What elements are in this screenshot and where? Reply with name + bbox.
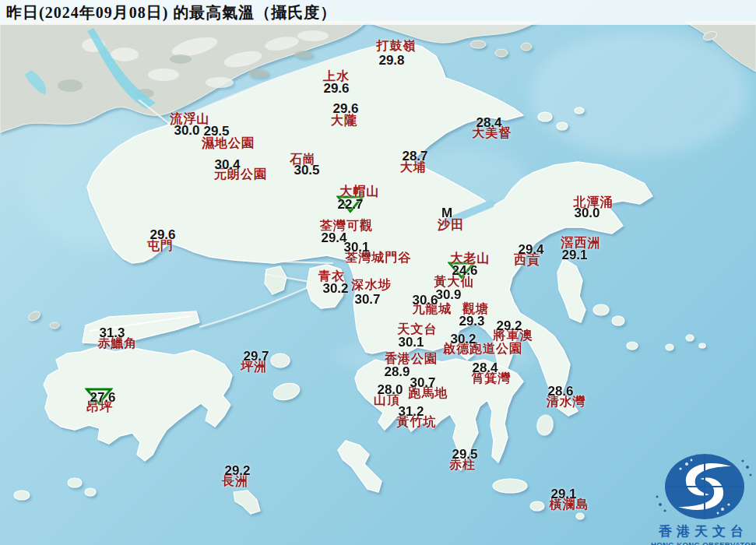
land-peng-chau (271, 353, 290, 367)
hko-logo-emblem (651, 450, 756, 522)
hko-logo-chinese: 香港天文台 (651, 522, 756, 540)
station-value: 29.1 (561, 248, 587, 263)
hko-logo-english: HONG KONG OBSERVATORY (651, 540, 756, 545)
station-value: 29.6 (332, 101, 358, 117)
land-ma-wan (265, 266, 287, 294)
title-bar: 昨日(2024年09月08日) 的最高氣溫（攝氏度） (0, 0, 756, 25)
weather-map-page: 昨日(2024年09月08日) 的最高氣溫（攝氏度） 29.8打鼓嶺29.6上水… (0, 0, 756, 545)
land-waglan-island (576, 513, 584, 519)
station-value: 30.5 (294, 163, 319, 178)
station-value: 31.3 (99, 325, 125, 341)
station-value: 28.4 (476, 115, 501, 131)
station-value: 29.5 (203, 124, 229, 139)
station-value: 29.7 (243, 349, 269, 364)
station-value: 29.2 (224, 463, 250, 479)
station-value: 22.7 (337, 197, 363, 213)
station-value: 29.4 (518, 242, 543, 258)
station-value: 30.1 (343, 240, 369, 255)
land-tung-lung-chau (536, 413, 554, 436)
station-value: 30.7 (354, 292, 380, 308)
hong-kong-map (0, 0, 756, 545)
station-value: 29.6 (323, 81, 349, 97)
station-value: 29.3 (459, 314, 484, 329)
station-value: 29.1 (550, 487, 576, 502)
station-value: 31.2 (398, 404, 424, 420)
page-title: 昨日(2024年09月08日) 的最高氣溫（攝氏度） (6, 2, 336, 23)
station-value: 28.7 (402, 149, 427, 164)
station-value: 28.0 (377, 382, 403, 398)
station-value: 30.1 (398, 335, 424, 350)
station-value: 30.9 (435, 287, 461, 303)
station-value: 28.6 (547, 384, 573, 399)
hko-logo: 香港天文台 HONG KONG OBSERVATORY (651, 450, 756, 545)
station-value: 24.6 (452, 263, 477, 279)
station-value: 30.6 (412, 293, 438, 308)
land-lantau-island (44, 287, 310, 461)
land-cheung-chau (234, 490, 260, 514)
station-value: 30.4 (214, 157, 240, 173)
station-value: 30.2 (450, 332, 476, 347)
station-name: 深水埗 (352, 277, 392, 294)
station-value: M (441, 206, 452, 221)
station-value: 29.2 (496, 318, 522, 334)
station-value: 28.9 (384, 364, 410, 380)
station-value: 30.7 (410, 375, 435, 391)
station-value: 30.0 (574, 206, 600, 221)
station-value: 29.8 (378, 53, 404, 69)
station-value: 28.4 (472, 360, 498, 376)
land-kau-sai-chau (557, 258, 585, 322)
land-soko-islands (68, 478, 82, 487)
station-value: 29.5 (452, 447, 477, 462)
station-name: 打鼓嶺 (377, 38, 417, 54)
station-value: 29.6 (149, 227, 175, 243)
station-value: 30.0 (174, 123, 199, 139)
land-hei-ling-chau (272, 381, 301, 403)
land-po-toi (493, 479, 527, 493)
station-value: 27.6 (90, 390, 115, 406)
lantau-link-bridge (199, 287, 310, 327)
station-value: 30.2 (322, 281, 348, 297)
